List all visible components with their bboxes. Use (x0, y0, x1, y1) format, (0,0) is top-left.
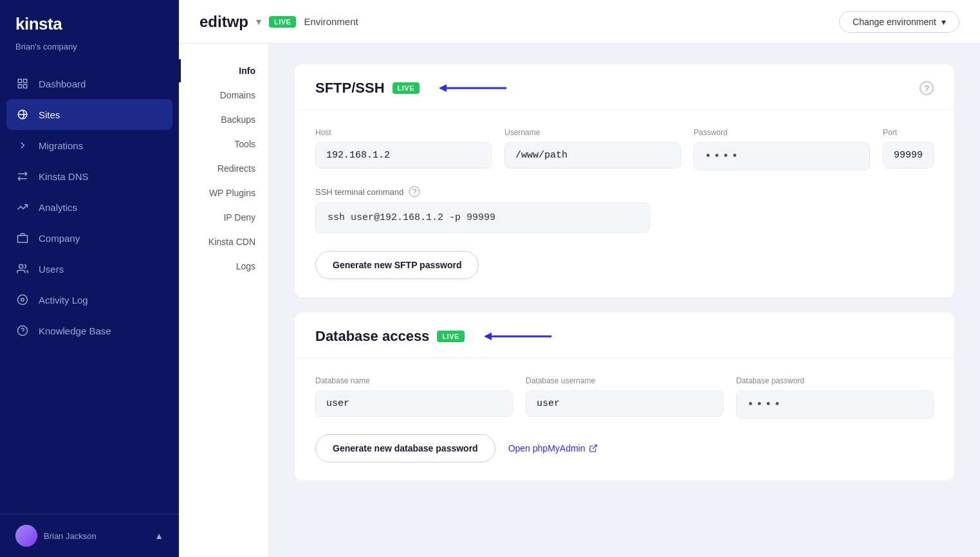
sidebar-item-activity-log[interactable]: Activity Log (0, 284, 179, 315)
live-badge-top: LIVE (269, 16, 296, 28)
subnav-item-domains[interactable]: Domains (179, 84, 268, 107)
db-password-field: Database password •••• (736, 376, 934, 419)
main-area: editwp ▾ LIVE Environment Change environ… (179, 0, 980, 557)
svg-rect-0 (18, 79, 21, 82)
external-link-icon (589, 444, 598, 453)
sidebar-item-sites[interactable]: Sites (6, 99, 172, 130)
change-environment-button[interactable]: Change environment ▾ (839, 11, 959, 33)
ssh-help-icon[interactable]: ? (409, 186, 420, 197)
db-password-label: Database password (736, 376, 934, 385)
subnav: Info Domains Backups Tools Redirects WP … (179, 44, 269, 557)
database-action-row: Generate new database password Open phpM… (315, 434, 934, 462)
sftp-section-body: Host 192.168.1.2 Username /www/path Pass… (295, 110, 954, 297)
sftp-section-header: SFTP/SSH LIVE ? (295, 64, 954, 110)
sidebar-item-label: Migrations (39, 140, 83, 151)
dns-icon (15, 169, 30, 183)
sidebar-item-label: Company (39, 233, 80, 244)
sidebar-item-label: Knowledge Base (39, 325, 111, 336)
subnav-item-kinsta-cdn[interactable]: Kinsta CDN (179, 230, 268, 253)
svg-rect-1 (24, 79, 27, 82)
username-field: Username /www/path (504, 128, 681, 170)
company-icon (15, 231, 30, 245)
subnav-item-tools[interactable]: Tools (179, 132, 268, 156)
sidebar-item-company[interactable]: Company (0, 223, 179, 253)
svg-point-6 (19, 264, 23, 268)
open-phpmyadmin-link[interactable]: Open phpMyAdmin (508, 443, 598, 453)
migrations-icon (15, 138, 30, 152)
database-fields: Database name user Database username use… (315, 376, 934, 419)
sidebar-company: Brian's company (0, 39, 179, 63)
sftp-arrow-annotation (432, 82, 510, 95)
sidebar-item-label: Users (39, 264, 64, 275)
sftp-help-icon[interactable]: ? (920, 81, 934, 95)
subnav-item-ip-deny[interactable]: IP Deny (179, 206, 268, 229)
password-label: Password (694, 128, 870, 137)
sidebar-item-knowledge-base[interactable]: Knowledge Base (0, 315, 179, 346)
sites-icon (15, 107, 30, 122)
database-section: Database access LIVE (295, 313, 954, 480)
sidebar-user: Brian Jackson (15, 525, 97, 547)
db-password-value: •••• (736, 390, 934, 419)
topbar: editwp ▾ LIVE Environment Change environ… (179, 0, 980, 44)
ssh-command-field: ssh user@192.168.1.2 -p 99999 (315, 203, 650, 233)
generate-sftp-password-button[interactable]: Generate new SFTP password (315, 251, 479, 279)
subnav-item-wp-plugins[interactable]: WP Plugins (179, 181, 268, 205)
port-label: Port (883, 128, 934, 137)
username-value: /www/path (504, 142, 681, 169)
page-content: SFTP/SSH LIVE ? (269, 44, 980, 557)
svg-rect-3 (24, 85, 27, 88)
sftp-title: SFTP/SSH (315, 80, 385, 96)
svg-marker-14 (484, 333, 492, 340)
sidebar-item-users[interactable]: Users (0, 253, 179, 284)
sidebar-item-dashboard[interactable]: Dashboard (0, 68, 179, 99)
svg-line-15 (593, 445, 596, 449)
activity-icon (15, 293, 30, 307)
analytics-icon (15, 200, 30, 214)
content-area: Info Domains Backups Tools Redirects WP … (179, 44, 980, 557)
port-value: 99999 (883, 142, 934, 169)
sidebar: Kinsta Brian's company Dashboard Sites M… (0, 0, 179, 557)
ssh-terminal-label: SSH terminal command (315, 187, 403, 197)
db-name-label: Database name (315, 376, 513, 385)
subnav-item-redirects[interactable]: Redirects (179, 157, 268, 180)
password-value: •••• (694, 142, 870, 170)
chevron-down-icon: ▾ (941, 17, 946, 27)
subnav-item-logs[interactable]: Logs (179, 255, 268, 278)
username-label: Username (504, 128, 681, 137)
host-field: Host 192.168.1.2 (315, 128, 492, 170)
svg-point-8 (21, 298, 24, 302)
generate-database-password-button[interactable]: Generate new database password (315, 434, 495, 462)
sidebar-item-analytics[interactable]: Analytics (0, 192, 179, 223)
sidebar-nav: Dashboard Sites Migrations Kinsta DNS (0, 63, 179, 514)
sftp-title-row: SFTP/SSH LIVE (315, 80, 510, 96)
database-title-row: Database access LIVE (315, 328, 555, 345)
sftp-section: SFTP/SSH LIVE ? (295, 64, 954, 297)
logo-text: Kinsta (15, 14, 163, 34)
svg-rect-5 (18, 235, 28, 242)
users-icon (15, 262, 30, 276)
sidebar-item-kinsta-dns[interactable]: Kinsta DNS (0, 161, 179, 192)
topbar-left: editwp ▾ LIVE Environment (199, 13, 358, 31)
knowledge-icon (15, 324, 30, 338)
ssh-label-row: SSH terminal command ? (315, 186, 934, 197)
sidebar-item-label: Analytics (39, 202, 77, 213)
db-username-label: Database username (526, 376, 723, 385)
sidebar-footer: Brian Jackson ▲ (0, 514, 179, 557)
dashboard-icon (15, 77, 30, 91)
port-field: Port 99999 (883, 128, 934, 170)
subnav-item-backups[interactable]: Backups (179, 108, 268, 131)
db-name-field: Database name user (315, 376, 513, 419)
avatar (15, 525, 37, 547)
sidebar-username: Brian Jackson (44, 531, 97, 541)
database-section-header: Database access LIVE (295, 313, 954, 358)
sidebar-item-label: Sites (39, 109, 60, 120)
sftp-fields: Host 192.168.1.2 Username /www/path Pass… (315, 128, 934, 170)
sidebar-item-migrations[interactable]: Migrations (0, 130, 179, 161)
subnav-item-info[interactable]: Info (179, 59, 268, 82)
arrow-icon (477, 330, 555, 343)
env-label: Environment (304, 16, 358, 27)
db-name-value: user (315, 390, 513, 417)
db-username-field: Database username user (526, 376, 723, 419)
sftp-live-badge: LIVE (393, 82, 420, 94)
chevron-down-icon[interactable]: ▾ (256, 15, 261, 28)
